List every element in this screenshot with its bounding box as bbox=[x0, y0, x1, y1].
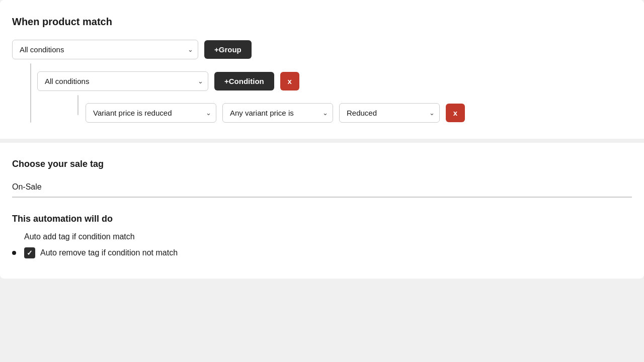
any-variant-dropdown-wrapper: Any variant price is ⌄ bbox=[222, 103, 333, 123]
nested-group-container: All conditions Any condition ⌄ +Conditio… bbox=[12, 63, 632, 123]
variant-price-select[interactable]: Variant price is reduced bbox=[86, 103, 216, 123]
when-product-match-section: When product match All conditions Any co… bbox=[0, 0, 644, 139]
remove-nested-button[interactable]: x bbox=[280, 72, 299, 90]
reduced-select[interactable]: Reduced bbox=[339, 103, 440, 123]
condition-line-container: Variant price is reduced ⌄ Any variant p… bbox=[77, 95, 632, 123]
sale-tag-input[interactable] bbox=[12, 177, 632, 198]
nested-content: All conditions Any condition ⌄ +Conditio… bbox=[31, 63, 632, 123]
nested-condition-select[interactable]: All conditions Any condition bbox=[37, 71, 208, 91]
bullet-dot bbox=[12, 251, 16, 255]
main-condition-select[interactable]: All conditions Any condition bbox=[12, 40, 198, 59]
reduced-dropdown-wrapper: Reduced ⌄ bbox=[339, 103, 440, 123]
any-variant-select[interactable]: Any variant price is bbox=[222, 103, 333, 123]
add-condition-button[interactable]: +Condition bbox=[214, 72, 274, 90]
section1-title: When product match bbox=[12, 16, 632, 28]
auto-remove-checkbox[interactable] bbox=[24, 247, 35, 258]
automation-list: Auto add tag if condition match Auto rem… bbox=[12, 232, 632, 258]
automation-item-2: Auto remove tag if condition not match bbox=[12, 247, 632, 258]
sale-tag-section: Choose your sale tag This automation wil… bbox=[0, 143, 644, 279]
condition-item-row: Variant price is reduced ⌄ Any variant p… bbox=[78, 95, 465, 123]
nested-condition-dropdown-wrapper: All conditions Any condition ⌄ bbox=[37, 71, 208, 91]
automation-title: This automation will do bbox=[12, 214, 632, 224]
checkbox-wrapper: Auto remove tag if condition not match bbox=[12, 247, 178, 258]
remove-condition-button[interactable]: x bbox=[446, 104, 465, 122]
sale-tag-title: Choose your sale tag bbox=[12, 159, 632, 169]
main-condition-row: All conditions Any condition ⌄ +Group bbox=[12, 40, 632, 59]
automation-item-1: Auto add tag if condition match bbox=[24, 232, 632, 241]
add-group-button[interactable]: +Group bbox=[204, 40, 252, 59]
variant-price-dropdown-wrapper: Variant price is reduced ⌄ bbox=[86, 103, 216, 123]
main-condition-dropdown-wrapper: All conditions Any condition ⌄ bbox=[12, 40, 198, 59]
nested-condition-row: All conditions Any condition ⌄ +Conditio… bbox=[37, 63, 632, 95]
